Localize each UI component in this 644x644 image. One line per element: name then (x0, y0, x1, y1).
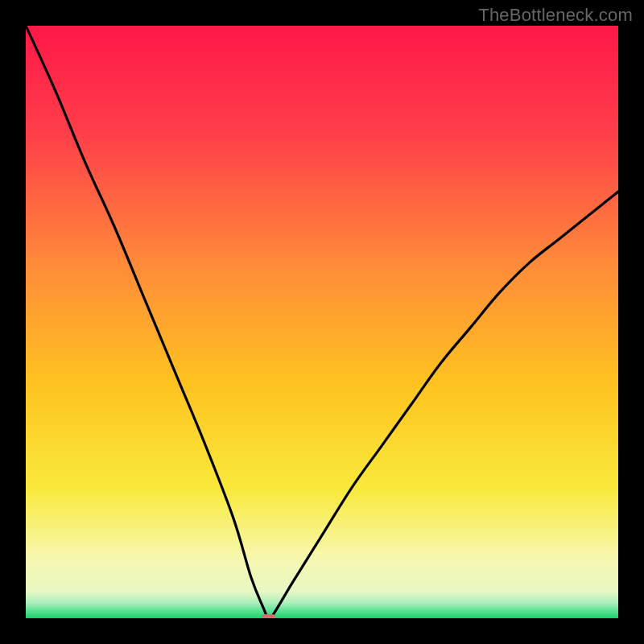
bottleneck-curve (26, 26, 618, 618)
plot-area (26, 26, 618, 618)
watermark-text: TheBottleneck.com (478, 5, 633, 26)
minimum-marker (262, 614, 276, 618)
chart-frame: TheBottleneck.com (0, 0, 644, 644)
